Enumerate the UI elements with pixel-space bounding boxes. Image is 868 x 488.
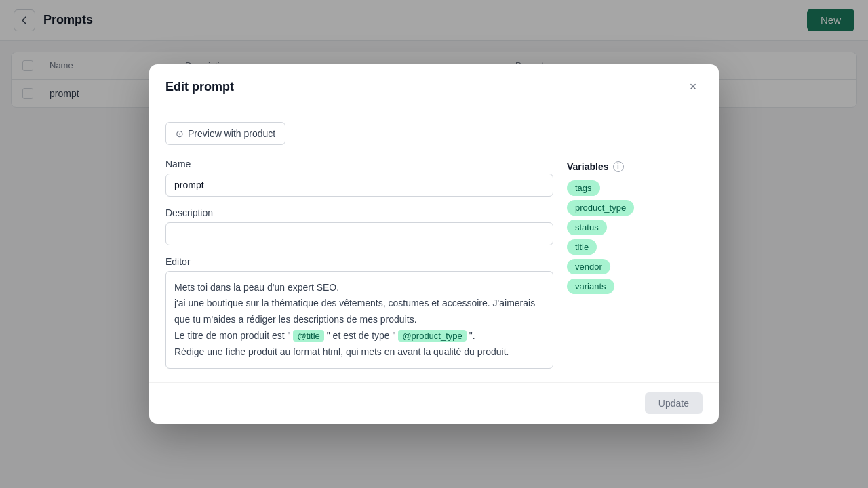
variables-panel: Variables i tags product_type status tit… [567,159,703,369]
variable-status[interactable]: status [567,220,607,235]
edit-prompt-modal: Edit prompt × ⊙ Preview with product Nam… [149,64,719,424]
close-button[interactable]: × [684,78,703,97]
description-label: Description [165,207,553,218]
variables-header: Variables i [567,161,703,172]
variables-list: tags product_type status title vendor va… [567,180,703,294]
name-group: Name [165,159,553,197]
variable-title[interactable]: title [567,239,597,255]
variables-title: Variables [567,161,609,172]
title-variable-tag: @title [293,330,323,342]
description-group: Description [165,207,553,245]
variable-tags[interactable]: tags [567,180,600,196]
form-section: Name Description Editor Mets toi dans [165,159,553,369]
modal-footer: Update [149,382,719,424]
description-input[interactable] [165,222,553,245]
variable-vendor[interactable]: vendor [567,259,610,274]
editor-content: Mets toi dans la peau d'un expert SEO. j… [174,280,545,361]
editor-group: Editor Mets toi dans la peau d'un expert… [165,256,553,369]
name-label: Name [165,159,553,169]
preview-button[interactable]: ⊙ Preview with product [165,122,285,145]
product-type-variable-tag: @product_type [398,330,466,342]
modal-title: Edit prompt [165,80,234,94]
content-grid: Name Description Editor Mets toi dans [165,159,703,369]
editor-label: Editor [165,256,553,267]
variable-product-type[interactable]: product_type [567,200,634,216]
modal-overlay: Edit prompt × ⊙ Preview with product Nam… [0,0,868,488]
name-input[interactable] [165,174,553,197]
modal-body: ⊙ Preview with product Name Description [149,108,719,383]
preview-icon: ⊙ [176,128,184,139]
modal-header: Edit prompt × [149,64,719,108]
variable-variants[interactable]: variants [567,279,614,294]
info-icon[interactable]: i [613,161,624,172]
preview-button-label: Preview with product [188,128,275,139]
editor-area[interactable]: Mets toi dans la peau d'un expert SEO. j… [165,271,553,369]
update-button[interactable]: Update [645,392,703,414]
